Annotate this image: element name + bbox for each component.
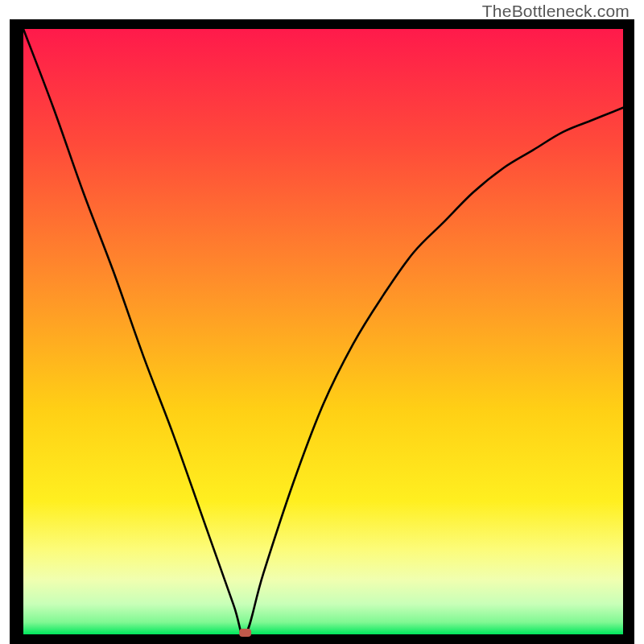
chart-frame	[10, 19, 634, 644]
gradient-plot-area	[23, 29, 623, 634]
watermark-text: TheBottleneck.com	[482, 2, 630, 21]
bottleneck-chart	[10, 19, 634, 644]
minimum-marker	[239, 629, 251, 637]
